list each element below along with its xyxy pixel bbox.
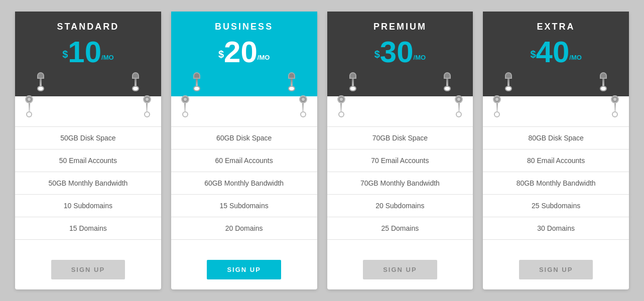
zipper-connector-premium	[327, 96, 473, 116]
feature-item-extra-4: 30 Domains	[483, 217, 629, 240]
plan-price-standard: $10/MO	[25, 37, 151, 67]
zipper-bottom-icon	[444, 86, 451, 92]
signup-button-standard[interactable]: SIGN UP	[51, 260, 125, 279]
zipper-row-top-extra	[493, 72, 619, 91]
plan-period-extra: /MO	[569, 54, 582, 61]
pin-ball-icon	[612, 111, 618, 117]
zipper-stem	[602, 79, 604, 85]
zipper-connector-standard	[15, 96, 161, 116]
plan-price-business: $20/MO	[181, 37, 307, 67]
zipper-top-icon	[193, 72, 200, 79]
feature-item-standard-1: 50 Email Accounts	[15, 149, 161, 172]
pin-head-icon	[181, 95, 189, 103]
zipper-bottom-icon	[288, 86, 295, 92]
feature-item-business-1: 60 Email Accounts	[171, 149, 317, 172]
plan-price-extra: $40/MO	[493, 37, 619, 67]
zipper-business-1	[286, 72, 297, 91]
zipper-business-0	[191, 72, 202, 91]
plan-currency-premium: $	[374, 49, 380, 60]
plan-features-business: 60GB Disk Space60 Email Accounts60GB Mon…	[171, 116, 317, 250]
pin-decoration	[143, 95, 151, 117]
pin-ball-icon	[26, 111, 32, 117]
pin-ball-icon	[494, 111, 500, 117]
feature-item-premium-4: 25 Domains	[327, 217, 473, 240]
pin-decoration	[455, 95, 463, 117]
zipper-stem	[291, 79, 293, 85]
plan-name-extra: EXTRA	[493, 22, 619, 32]
pin-ball-icon	[456, 111, 462, 117]
plan-card-extra: EXTRA$40/MO80GB Disk Space80 Email Accou…	[483, 12, 629, 289]
plan-footer-standard: SIGN UP	[15, 250, 161, 289]
zipper-premium-0	[347, 72, 358, 91]
feature-item-standard-0: 50GB Disk Space	[15, 126, 161, 149]
plan-period-premium: /MO	[414, 54, 426, 61]
plan-amount-premium: 30	[380, 37, 414, 67]
zipper-bottom-icon	[600, 86, 607, 92]
zipper-standard-1	[130, 72, 141, 91]
plan-currency-extra: $	[530, 49, 536, 60]
zipper-bottom-icon	[193, 86, 200, 92]
feature-item-premium-1: 70 Email Accounts	[327, 149, 473, 172]
zipper-row-top-premium	[337, 72, 463, 91]
zipper-top-icon	[444, 72, 451, 79]
plan-amount-standard: 10	[68, 37, 101, 67]
feature-item-business-0: 60GB Disk Space	[171, 126, 317, 149]
plan-name-premium: PREMIUM	[337, 22, 463, 32]
zipper-stem	[135, 79, 137, 85]
zipper-top-icon	[505, 72, 512, 79]
zipper-stem	[507, 79, 509, 85]
pin-decoration	[181, 95, 189, 117]
feature-item-extra-2: 80GB Monthly Bandwidth	[483, 172, 629, 195]
feature-item-extra-3: 25 Subdomains	[483, 195, 629, 217]
plan-period-business: /MO	[257, 54, 270, 61]
plan-features-extra: 80GB Disk Space80 Email Accounts80GB Mon…	[483, 116, 629, 250]
pin-head-icon	[25, 95, 33, 103]
pin-tail-icon	[302, 103, 304, 111]
pin-decoration	[611, 95, 619, 117]
zipper-bottom-icon	[349, 86, 356, 92]
feature-item-standard-3: 10 Subdomains	[15, 195, 161, 217]
plan-card-standard: STANDARD$10/MO50GB Disk Space50 Email Ac…	[15, 12, 161, 289]
feature-item-standard-4: 15 Domains	[15, 217, 161, 240]
zipper-top-icon	[132, 72, 139, 79]
pin-head-icon	[611, 95, 619, 103]
signup-button-extra[interactable]: SIGN UP	[519, 260, 593, 279]
zipper-row-top-business	[181, 72, 307, 91]
pin-decoration	[337, 95, 345, 117]
plan-header-business: BUSINESS$20/MO	[171, 12, 317, 96]
zipper-extra-0	[503, 72, 514, 91]
plan-card-business: BUSINESS$20/MO60GB Disk Space60 Email Ac…	[171, 12, 317, 289]
feature-item-extra-1: 80 Email Accounts	[483, 149, 629, 172]
feature-item-premium-0: 70GB Disk Space	[327, 126, 473, 149]
feature-item-premium-3: 20 Subdomains	[327, 195, 473, 217]
plan-name-standard: STANDARD	[25, 22, 151, 32]
feature-item-premium-2: 70GB Monthly Bandwidth	[327, 172, 473, 195]
feature-item-business-4: 20 Domains	[171, 217, 317, 240]
plan-footer-business: SIGN UP	[171, 250, 317, 289]
zipper-bottom-icon	[132, 86, 139, 92]
zipper-top-icon	[600, 72, 607, 79]
zipper-standard-0	[35, 72, 46, 91]
plan-currency-standard: $	[62, 49, 68, 60]
zipper-extra-1	[598, 72, 609, 91]
plan-footer-premium: SIGN UP	[327, 250, 473, 289]
zipper-stem	[446, 79, 448, 85]
pin-ball-icon	[338, 111, 344, 117]
zipper-bottom-icon	[37, 86, 44, 92]
zipper-stem	[40, 79, 42, 85]
plan-currency-business: $	[218, 49, 224, 60]
plan-amount-business: 20	[224, 37, 257, 67]
pin-head-icon	[455, 95, 463, 103]
pin-ball-icon	[144, 111, 150, 117]
signup-button-business[interactable]: SIGN UP	[207, 260, 281, 279]
pin-head-icon	[493, 95, 501, 103]
pin-head-icon	[143, 95, 151, 103]
plan-period-standard: /MO	[101, 54, 114, 61]
zipper-stem	[196, 79, 198, 85]
pin-decoration	[493, 95, 501, 117]
plan-features-standard: 50GB Disk Space50 Email Accounts50GB Mon…	[15, 116, 161, 250]
plan-features-premium: 70GB Disk Space70 Email Accounts70GB Mon…	[327, 116, 473, 250]
pin-ball-icon	[182, 111, 188, 117]
zipper-premium-1	[442, 72, 453, 91]
signup-button-premium[interactable]: SIGN UP	[363, 260, 437, 279]
